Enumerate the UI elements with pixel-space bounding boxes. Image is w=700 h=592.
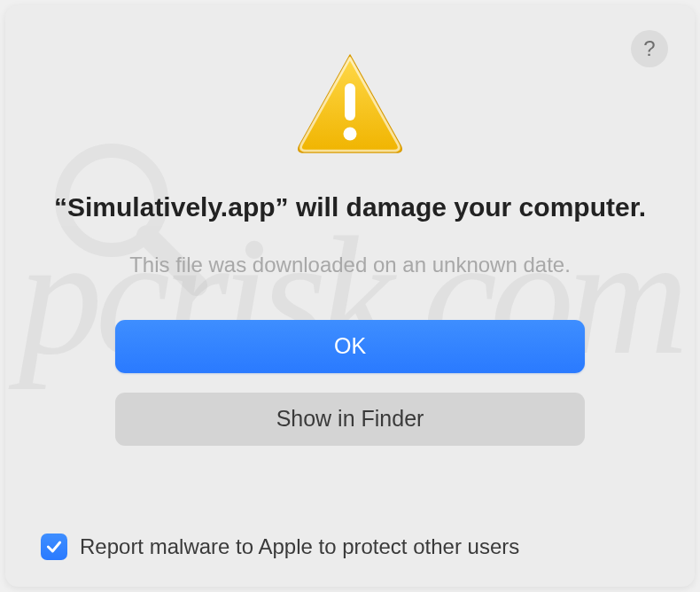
dialog-title: “Simulatively.app” will damage your comp… — [23, 190, 677, 226]
checkmark-icon — [45, 538, 63, 556]
gatekeeper-dialog: pcrisk.com ? “Simulatively.app” will dam… — [5, 5, 695, 587]
report-malware-checkbox[interactable] — [41, 534, 67, 560]
svg-point-3 — [344, 128, 357, 141]
svg-rect-2 — [345, 83, 355, 121]
title-rest: ” will damage your computer. — [276, 192, 646, 222]
title-quote-open: “ — [54, 192, 67, 222]
dialog-buttons: OK Show in Finder — [23, 320, 677, 446]
title-appname: Simulatively.app — [67, 192, 276, 222]
warning-icon-wrap — [23, 50, 677, 156]
help-button[interactable]: ? — [631, 30, 668, 67]
report-malware-row: Report malware to Apple to protect other… — [41, 534, 659, 560]
help-icon: ? — [643, 36, 655, 61]
show-in-finder-button[interactable]: Show in Finder — [115, 393, 585, 446]
report-malware-label: Report malware to Apple to protect other… — [80, 534, 519, 559]
ok-button[interactable]: OK — [115, 320, 585, 373]
dialog-subtitle: This file was downloaded on an unknown d… — [23, 253, 677, 277]
warning-triangle-icon — [292, 50, 408, 156]
